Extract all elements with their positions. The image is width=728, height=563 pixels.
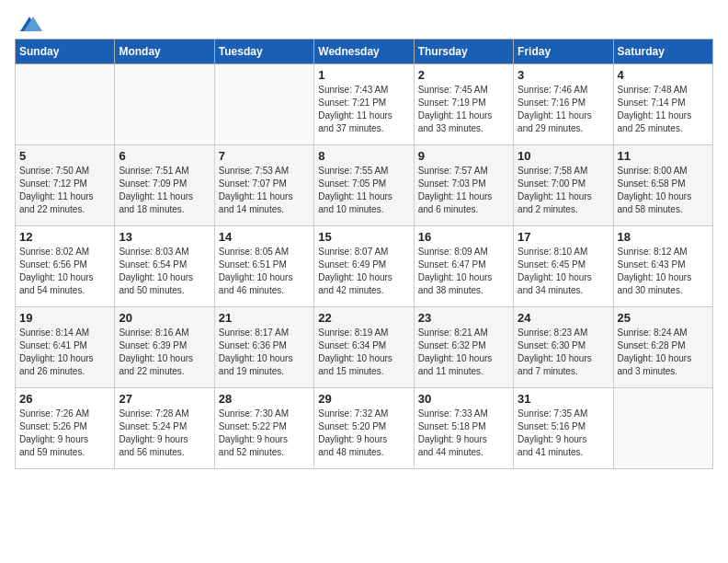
day-info: Sunrise: 7:51 AM Sunset: 7:09 PM Dayligh… — [119, 165, 210, 216]
day-info: Sunrise: 7:50 AM Sunset: 7:12 PM Dayligh… — [19, 165, 110, 216]
day-number: 28 — [219, 392, 310, 406]
calendar-cell: 28Sunrise: 7:30 AM Sunset: 5:22 PM Dayli… — [214, 388, 313, 469]
calendar-cell: 29Sunrise: 7:32 AM Sunset: 5:20 PM Dayli… — [314, 388, 414, 469]
day-number: 15 — [318, 230, 409, 244]
day-info: Sunrise: 8:14 AM Sunset: 6:41 PM Dayligh… — [19, 327, 110, 378]
calendar-body: 1Sunrise: 7:43 AM Sunset: 7:21 PM Daylig… — [16, 64, 713, 469]
calendar-cell: 6Sunrise: 7:51 AM Sunset: 7:09 PM Daylig… — [115, 145, 214, 226]
calendar-cell: 9Sunrise: 7:57 AM Sunset: 7:03 PM Daylig… — [414, 145, 513, 226]
weekday-header-cell: Monday — [115, 40, 214, 64]
day-number: 18 — [618, 230, 709, 244]
calendar-cell: 11Sunrise: 8:00 AM Sunset: 6:58 PM Dayli… — [613, 145, 712, 226]
day-number: 19 — [19, 311, 110, 325]
day-number: 30 — [418, 392, 509, 406]
day-info: Sunrise: 8:10 AM Sunset: 6:45 PM Dayligh… — [518, 246, 609, 297]
calendar-cell: 19Sunrise: 8:14 AM Sunset: 6:41 PM Dayli… — [16, 307, 115, 388]
day-info: Sunrise: 7:48 AM Sunset: 7:14 PM Dayligh… — [618, 84, 709, 135]
calendar-cell — [214, 64, 313, 145]
calendar-week-row: 26Sunrise: 7:26 AM Sunset: 5:26 PM Dayli… — [16, 388, 713, 469]
day-info: Sunrise: 8:12 AM Sunset: 6:43 PM Dayligh… — [618, 246, 709, 297]
calendar-cell: 15Sunrise: 8:07 AM Sunset: 6:49 PM Dayli… — [314, 226, 414, 307]
day-number: 3 — [518, 68, 609, 82]
day-number: 22 — [318, 311, 409, 325]
day-number: 6 — [119, 149, 210, 163]
weekday-header-cell: Sunday — [16, 40, 115, 64]
calendar-cell: 18Sunrise: 8:12 AM Sunset: 6:43 PM Dayli… — [613, 226, 712, 307]
day-info: Sunrise: 8:02 AM Sunset: 6:56 PM Dayligh… — [19, 246, 110, 297]
calendar-cell — [115, 64, 214, 145]
calendar-cell: 31Sunrise: 7:35 AM Sunset: 5:16 PM Dayli… — [514, 388, 613, 469]
calendar-cell: 20Sunrise: 8:16 AM Sunset: 6:39 PM Dayli… — [115, 307, 214, 388]
logo — [15, 15, 42, 31]
day-number: 16 — [418, 230, 509, 244]
calendar-table: SundayMondayTuesdayWednesdayThursdayFrid… — [15, 39, 713, 469]
calendar-cell: 4Sunrise: 7:48 AM Sunset: 7:14 PM Daylig… — [613, 64, 712, 145]
calendar-cell — [16, 64, 115, 145]
day-number: 25 — [618, 311, 709, 325]
day-info: Sunrise: 7:46 AM Sunset: 7:16 PM Dayligh… — [518, 84, 609, 135]
day-number: 7 — [219, 149, 310, 163]
day-number: 11 — [618, 149, 709, 163]
day-number: 10 — [518, 149, 609, 163]
day-number: 27 — [119, 392, 210, 406]
calendar-week-row: 12Sunrise: 8:02 AM Sunset: 6:56 PM Dayli… — [16, 226, 713, 307]
day-info: Sunrise: 7:30 AM Sunset: 5:22 PM Dayligh… — [219, 408, 310, 459]
day-number: 5 — [19, 149, 110, 163]
day-number: 12 — [19, 230, 110, 244]
day-number: 17 — [518, 230, 609, 244]
calendar-cell: 21Sunrise: 8:17 AM Sunset: 6:36 PM Dayli… — [214, 307, 313, 388]
calendar-cell: 23Sunrise: 8:21 AM Sunset: 6:32 PM Dayli… — [414, 307, 513, 388]
day-info: Sunrise: 8:19 AM Sunset: 6:34 PM Dayligh… — [318, 327, 409, 378]
day-number: 8 — [318, 149, 409, 163]
calendar-cell: 1Sunrise: 7:43 AM Sunset: 7:21 PM Daylig… — [314, 64, 414, 145]
calendar-cell: 13Sunrise: 8:03 AM Sunset: 6:54 PM Dayli… — [115, 226, 214, 307]
day-info: Sunrise: 7:26 AM Sunset: 5:26 PM Dayligh… — [19, 408, 110, 459]
day-info: Sunrise: 8:09 AM Sunset: 6:47 PM Dayligh… — [418, 246, 509, 297]
day-number: 23 — [418, 311, 509, 325]
calendar-cell: 3Sunrise: 7:46 AM Sunset: 7:16 PM Daylig… — [514, 64, 613, 145]
day-info: Sunrise: 7:58 AM Sunset: 7:00 PM Dayligh… — [518, 165, 609, 216]
day-info: Sunrise: 8:07 AM Sunset: 6:49 PM Dayligh… — [318, 246, 409, 297]
calendar-cell: 5Sunrise: 7:50 AM Sunset: 7:12 PM Daylig… — [16, 145, 115, 226]
calendar-cell: 7Sunrise: 7:53 AM Sunset: 7:07 PM Daylig… — [214, 145, 313, 226]
calendar-cell: 27Sunrise: 7:28 AM Sunset: 5:24 PM Dayli… — [115, 388, 214, 469]
day-number: 24 — [518, 311, 609, 325]
calendar-cell: 8Sunrise: 7:55 AM Sunset: 7:05 PM Daylig… — [314, 145, 414, 226]
weekday-header-cell: Thursday — [414, 40, 513, 64]
day-number: 21 — [219, 311, 310, 325]
calendar-cell: 10Sunrise: 7:58 AM Sunset: 7:00 PM Dayli… — [514, 145, 613, 226]
day-number: 14 — [219, 230, 310, 244]
day-number: 20 — [119, 311, 210, 325]
day-info: Sunrise: 8:16 AM Sunset: 6:39 PM Dayligh… — [119, 327, 210, 378]
weekday-header-cell: Friday — [514, 40, 613, 64]
calendar-cell: 14Sunrise: 8:05 AM Sunset: 6:51 PM Dayli… — [214, 226, 313, 307]
calendar-week-row: 19Sunrise: 8:14 AM Sunset: 6:41 PM Dayli… — [16, 307, 713, 388]
day-number: 26 — [19, 392, 110, 406]
calendar-week-row: 1Sunrise: 7:43 AM Sunset: 7:21 PM Daylig… — [16, 64, 713, 145]
day-info: Sunrise: 7:35 AM Sunset: 5:16 PM Dayligh… — [518, 408, 609, 459]
day-number: 2 — [418, 68, 509, 82]
day-number: 13 — [119, 230, 210, 244]
calendar-cell: 2Sunrise: 7:45 AM Sunset: 7:19 PM Daylig… — [414, 64, 513, 145]
day-info: Sunrise: 7:33 AM Sunset: 5:18 PM Dayligh… — [418, 408, 509, 459]
day-number: 1 — [318, 68, 409, 82]
calendar-cell: 22Sunrise: 8:19 AM Sunset: 6:34 PM Dayli… — [314, 307, 414, 388]
day-info: Sunrise: 8:05 AM Sunset: 6:51 PM Dayligh… — [219, 246, 310, 297]
day-info: Sunrise: 7:43 AM Sunset: 7:21 PM Dayligh… — [318, 84, 409, 135]
calendar-cell: 26Sunrise: 7:26 AM Sunset: 5:26 PM Dayli… — [16, 388, 115, 469]
logo-icon — [17, 15, 42, 35]
day-info: Sunrise: 8:17 AM Sunset: 6:36 PM Dayligh… — [219, 327, 310, 378]
page-header — [15, 15, 713, 31]
weekday-header-cell: Wednesday — [314, 40, 414, 64]
weekday-header-cell: Saturday — [613, 40, 712, 64]
calendar-cell: 16Sunrise: 8:09 AM Sunset: 6:47 PM Dayli… — [414, 226, 513, 307]
day-info: Sunrise: 7:55 AM Sunset: 7:05 PM Dayligh… — [318, 165, 409, 216]
day-info: Sunrise: 7:45 AM Sunset: 7:19 PM Dayligh… — [418, 84, 509, 135]
day-info: Sunrise: 8:24 AM Sunset: 6:28 PM Dayligh… — [618, 327, 709, 378]
calendar-cell: 24Sunrise: 8:23 AM Sunset: 6:30 PM Dayli… — [514, 307, 613, 388]
calendar-cell: 17Sunrise: 8:10 AM Sunset: 6:45 PM Dayli… — [514, 226, 613, 307]
day-info: Sunrise: 8:03 AM Sunset: 6:54 PM Dayligh… — [119, 246, 210, 297]
day-info: Sunrise: 7:57 AM Sunset: 7:03 PM Dayligh… — [418, 165, 509, 216]
calendar-cell: 30Sunrise: 7:33 AM Sunset: 5:18 PM Dayli… — [414, 388, 513, 469]
calendar-week-row: 5Sunrise: 7:50 AM Sunset: 7:12 PM Daylig… — [16, 145, 713, 226]
